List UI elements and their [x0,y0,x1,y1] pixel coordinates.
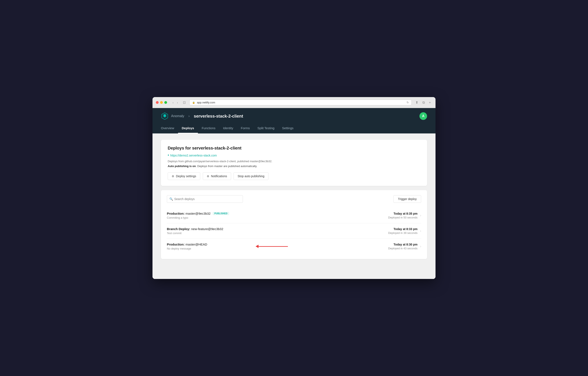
nav-identity[interactable]: Identity [219,123,237,133]
close-button[interactable] [156,101,159,104]
search-input[interactable] [167,195,243,203]
minimize-button[interactable] [160,101,163,104]
browser-window: ‹ › ⊡ 🔒 app.netlify.com ↻ ⬆ ⧉ + [152,97,436,279]
deploy-meta: Today at 8:35 pm Deployed in 50 seconds [388,212,418,219]
deploy-info-card: Deploys for serverless-stack-2-client ht… [161,140,427,186]
lock-icon: 🔒 [192,101,195,104]
deploys-toolbar: 🔍 Trigger deploy [167,195,421,203]
deploy-time: Today at 8:33 pm [393,227,417,231]
gear-icon: ⚙ [172,175,174,178]
maximize-button[interactable] [164,101,167,104]
deploy-time: Today at 8:35 pm [393,212,417,215]
deploy-time: Today at 8:30 pm [393,243,417,246]
deploy-meta: Today at 8:30 pm Deployed in 43 seconds [388,243,418,250]
back-button[interactable]: ‹ [171,100,175,105]
stop-auto-publishing-label: Stop auto publishing [238,175,264,178]
deploy-type: Production: [167,212,185,215]
screenshot-button[interactable]: ⧉ [421,100,426,105]
breadcrumb-separator: › [189,114,189,118]
share-button[interactable]: ⬆ [414,100,420,105]
notifications-label: Notifications [211,175,227,178]
deploy-settings-button[interactable]: ⚙ Deploy settings [168,172,200,180]
nav-split-testing[interactable]: Split Testing [254,123,278,133]
deploy-list: Production: master@9ec3b32 PUBLISHED Com… [167,208,421,254]
deploy-title-row: Production: master@9ec3b32 PUBLISHED [167,212,388,215]
deploy-branch: Production: master@9ec3b32 [167,212,210,215]
deploy-type: Branch Deploy: [167,227,190,231]
chevron-right-icon: › [420,229,421,233]
app-brand: Anomaly › serverless-stack-2-client [161,112,243,120]
published-badge: PUBLISHED [213,212,229,215]
browser-titlebar: ‹ › ⊡ 🔒 app.netlify.com ↻ ⬆ ⧉ + [152,97,436,108]
chevron-right-icon: › [420,244,421,248]
netlify-logo-icon [161,112,168,120]
nav-functions[interactable]: Functions [198,123,219,133]
new-tab-button[interactable]: + [428,100,432,105]
main-content: Deploys for serverless-stack-2-client ht… [152,133,436,279]
arrowhead [256,245,259,248]
deploy-duration: Deployed in 43 seconds [388,247,418,250]
auto-publish-status: Auto publishing is on. Deploys from mast… [168,165,420,168]
deploy-info: Production: master@9ec3b32 PUBLISHED Com… [167,212,388,219]
chevron-right-icon: › [420,214,421,217]
user-avatar[interactable]: A [420,112,427,120]
red-arrow-icon [256,245,288,248]
app-header: Anomaly › serverless-stack-2-client A [161,108,427,123]
deploy-branch: Production: master@HEAD [167,243,207,246]
deploy-message: Test commit [167,232,388,235]
reload-icon[interactable]: ↻ [407,101,409,104]
deploy-row[interactable]: Production: master@9ec3b32 PUBLISHED Com… [167,208,421,223]
traffic-lights [156,101,167,104]
auto-publish-on-label: Auto publishing is on [168,165,196,168]
app-topnav: Anomaly › serverless-stack-2-client A Ov… [152,108,436,133]
site-name: serverless-stack-2-client [194,114,243,119]
arrow-shaft [258,246,288,247]
auto-publish-suffix: . Deploys from master are published auto… [196,165,257,168]
arrow-annotation [256,245,288,248]
deploy-source-text: Deploys from github.com/jayair/serverles… [168,160,420,163]
nav-deploys[interactable]: Deploys [178,123,198,133]
nav-overview[interactable]: Overview [161,123,178,133]
search-icon: 🔍 [169,197,173,201]
brand-name: Anomaly [171,114,184,118]
forward-button[interactable]: › [176,100,179,105]
url-text: app.netlify.com [197,101,215,104]
browser-nav-buttons: ‹ › [171,100,179,105]
deploy-row[interactable]: Branch Deploy: new-feature@9ec3b32 Test … [167,223,421,239]
deploy-title-row: Branch Deploy: new-feature@9ec3b32 [167,227,388,231]
nav-forms[interactable]: Forms [237,123,254,133]
notifications-button[interactable]: ⚙ Notifications [203,172,231,180]
search-wrapper: 🔍 [167,195,243,203]
site-url-link[interactable]: https://demo2.serverless-stack.com [168,153,420,157]
deploy-info: Branch Deploy: new-feature@9ec3b32 Test … [167,227,388,235]
deploy-branch: Branch Deploy: new-feature@9ec3b32 [167,227,223,231]
browser-actions: ⬆ ⧉ + [414,100,432,105]
deploys-section: 🔍 Trigger deploy Production: master@9ec3… [161,190,427,259]
deploy-duration: Deployed in 50 seconds [388,216,418,219]
deploy-settings-label: Deploy settings [176,175,196,178]
nav-settings[interactable]: Settings [278,123,297,133]
stop-auto-publishing-button[interactable]: Stop auto publishing [234,172,268,180]
address-bar[interactable]: 🔒 app.netlify.com ↻ [189,100,411,105]
sidebar-toggle-button[interactable]: ⊡ [182,100,187,105]
gear-icon-2: ⚙ [207,175,209,178]
deploy-type: Production: [167,243,185,246]
deploy-message: Commiting a typo [167,216,388,219]
app-nav: Overview Deploys Functions Identity Form… [161,123,427,133]
deploy-row[interactable]: Production: master@HEAD No deploy messag… [167,239,421,254]
deploy-meta: Today at 8:33 pm Deployed in 39 seconds [388,227,418,234]
trigger-deploy-button[interactable]: Trigger deploy [393,195,421,203]
deploy-duration: Deployed in 39 seconds [388,231,418,234]
card-title: Deploys for serverless-stack-2-client [168,146,420,151]
app-shell: Anomaly › serverless-stack-2-client A Ov… [152,108,436,279]
card-actions: ⚙ Deploy settings ⚙ Notifications Stop a… [168,172,420,180]
